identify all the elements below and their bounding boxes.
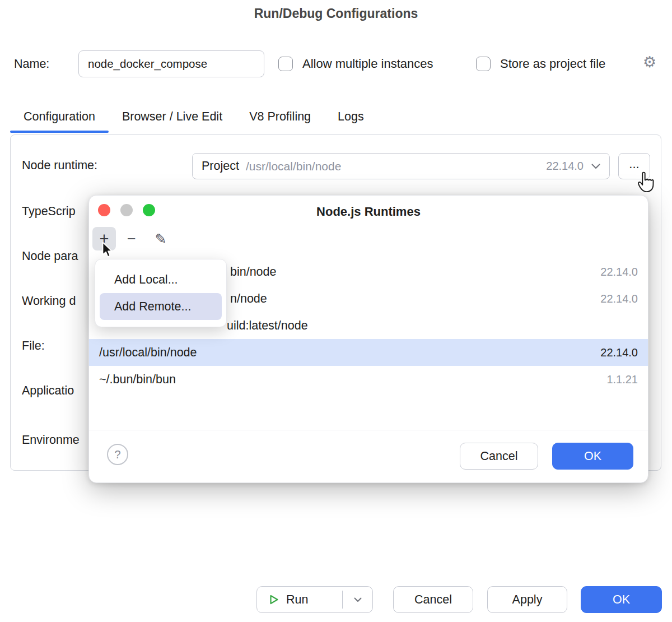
chevron-down-icon	[591, 164, 600, 169]
tab-browser-live-edit[interactable]: Browser / Live Edit	[109, 102, 236, 133]
window-title: Run/Debug Configurations	[0, 6, 672, 21]
dialog-title: Node.js Runtimes	[89, 196, 648, 227]
tab-configuration[interactable]: Configuration	[10, 102, 109, 133]
allow-multiple-instances-label: Allow multiple instances	[302, 50, 433, 77]
node-runtime-combobox[interactable]: Project /usr/local/bin/node 22.14.0	[192, 153, 610, 179]
environment-variables-label: Environme	[22, 433, 80, 447]
dialog-cancel-button[interactable]: Cancel	[460, 443, 538, 470]
working-directory-label: Working d	[22, 294, 76, 308]
dialog-ok-button[interactable]: OK	[552, 443, 633, 470]
tab-bar: Configuration Browser / Live Edit V8 Pro…	[10, 102, 377, 133]
file-label: File:	[22, 339, 45, 353]
play-icon	[268, 594, 279, 605]
runtime-project-prefix: Project	[202, 159, 239, 173]
help-icon[interactable]: ?	[107, 444, 128, 465]
ok-button[interactable]: OK	[581, 586, 662, 613]
cancel-button[interactable]: Cancel	[393, 586, 473, 613]
name-label: Name:	[14, 50, 49, 77]
gear-icon[interactable]: ⚙	[643, 53, 656, 71]
name-input[interactable]	[78, 50, 264, 77]
edit-runtime-button[interactable]: ✎	[149, 227, 172, 250]
dialog-footer: ? Cancel OK	[89, 430, 648, 482]
typescript-label: TypeScrip	[22, 205, 76, 219]
run-dropdown-chevron-icon[interactable]	[342, 587, 374, 612]
allow-multiple-instances-checkbox[interactable]	[278, 57, 293, 71]
remove-runtime-button[interactable]: −	[120, 227, 143, 250]
node-runtime-label: Node runtime:	[22, 159, 97, 173]
runtime-list-item-selected[interactable]: /usr/local/bin/node 22.14.0	[89, 339, 648, 366]
menu-item-add-local[interactable]: Add Local...	[100, 266, 222, 293]
node-parameters-label: Node para	[22, 249, 78, 263]
run-button-label: Run	[286, 593, 308, 607]
application-parameters-label: Applicatio	[22, 384, 74, 398]
apply-button[interactable]: Apply	[487, 586, 567, 613]
runtime-version: 22.14.0	[546, 160, 584, 173]
run-button[interactable]: Run	[256, 586, 373, 613]
tab-logs[interactable]: Logs	[324, 102, 377, 133]
runtime-list-item[interactable]: ~/.bun/bin/bun 1.1.21	[89, 366, 648, 393]
mouse-hand-cursor	[636, 171, 654, 195]
menu-item-add-remote[interactable]: Add Remote...	[100, 293, 222, 320]
run-debug-configurations-window: Run/Debug Configurations Name: Allow mul…	[0, 0, 672, 622]
add-runtime-menu: Add Local... Add Remote...	[95, 259, 227, 327]
runtime-path: /usr/local/bin/node	[246, 160, 341, 173]
store-as-project-file-checkbox[interactable]	[476, 57, 491, 71]
nodejs-runtimes-dialog: Node.js Runtimes + − ✎ bin/node 22.14.0 …	[88, 195, 648, 483]
store-as-project-file-label: Store as project file	[500, 50, 605, 77]
mouse-arrow-cursor	[101, 242, 113, 261]
tab-v8-profiling[interactable]: V8 Profiling	[236, 102, 324, 133]
